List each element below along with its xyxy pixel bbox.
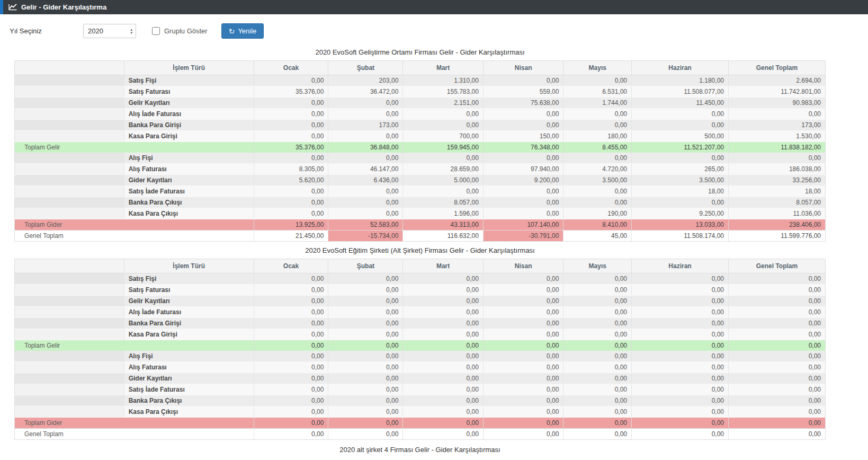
total-value-cell: 8.455,00 xyxy=(563,142,632,153)
value-cell: 2.694,00 xyxy=(728,75,825,86)
value-cell: 0,00 xyxy=(328,395,403,406)
table-row: Gelir Kayıtları0,000,002.151,0075.638,00… xyxy=(15,98,826,109)
value-cell: 0,00 xyxy=(403,307,484,318)
total-value-cell: 11.599.776,00 xyxy=(728,231,825,242)
group-checkbox[interactable] xyxy=(152,27,160,35)
total-value-cell: 21.450,00 xyxy=(254,231,328,242)
value-cell: 18,00 xyxy=(728,186,825,197)
table-row: Banka Para Girişi0,000,000,000,000,000,0… xyxy=(15,318,826,329)
row-label: Satış Fişi xyxy=(124,75,254,86)
table-row: Kasa Para Girişi0,000,00700,00150,00180,… xyxy=(15,131,826,142)
row-lead-cell xyxy=(15,186,124,197)
value-cell: 0,00 xyxy=(254,153,328,164)
row-lead-cell xyxy=(15,273,124,285)
value-cell: 203,00 xyxy=(328,75,403,86)
value-cell: 0,00 xyxy=(483,197,563,208)
group-checkbox-label: Gruplu Göster xyxy=(164,27,208,35)
table-row: Alış Faturası0,000,000,000,000,000,000,0… xyxy=(15,362,826,373)
total-value-cell: 0,00 xyxy=(728,429,825,440)
value-cell: 0,00 xyxy=(328,153,403,164)
row-label: Kasa Para Girişi xyxy=(124,131,254,142)
value-cell: 0,00 xyxy=(563,307,632,318)
value-cell: 0,00 xyxy=(728,373,825,384)
value-cell: 0,00 xyxy=(563,153,632,164)
table-row: Satış Fişi0,000,000,000,000,000,000,00 xyxy=(15,273,826,285)
value-cell: 0,00 xyxy=(254,131,328,142)
value-cell: 35.376,00 xyxy=(254,86,328,98)
table-row: Banka Para Çıkışı0,000,000,000,000,000,0… xyxy=(15,395,826,406)
table-row: Satış İade Faturası0,000,000,000,000,000… xyxy=(15,384,826,395)
value-cell: 0,00 xyxy=(632,296,729,307)
table-row: Satış Faturası35.376,0036.472,00155.783,… xyxy=(15,86,826,98)
value-cell: 0,00 xyxy=(254,307,328,318)
year-select[interactable]: 2020 xyxy=(83,24,136,38)
value-cell: 0,00 xyxy=(483,120,563,131)
value-cell: 0,00 xyxy=(728,273,825,285)
value-cell: 0,00 xyxy=(632,406,729,418)
table-row: Satış Faturası0,000,000,000,000,000,000,… xyxy=(15,285,826,296)
value-cell: 0,00 xyxy=(728,307,825,318)
value-cell: 8.057,00 xyxy=(403,197,484,208)
page-title: Gelir - Gider Karşılaştırma xyxy=(21,3,106,11)
table-row: Alış İade Faturası0,000,000,000,000,000,… xyxy=(15,307,826,318)
total-value-cell: 11.521.207,00 xyxy=(632,142,729,153)
row-label: Gelir Kayıtları xyxy=(124,98,254,109)
column-header: Mayıs xyxy=(563,259,632,273)
value-cell: 0,00 xyxy=(254,373,328,384)
value-cell: 11.508.077,00 xyxy=(632,86,729,98)
row-lead-cell xyxy=(15,362,124,373)
value-cell: 75.638,00 xyxy=(483,98,563,109)
value-cell: 0,00 xyxy=(728,351,825,362)
value-cell: 155.783,00 xyxy=(403,86,484,98)
value-cell: 0,00 xyxy=(403,395,484,406)
value-cell: 0,00 xyxy=(563,384,632,395)
value-cell: 8.305,00 xyxy=(254,164,328,175)
value-cell: 0,00 xyxy=(328,186,403,197)
row-label: Alış Fişi xyxy=(124,351,254,362)
total-value-cell: 11.508.174,00 xyxy=(632,231,729,242)
total-value-cell: 0,00 xyxy=(403,429,484,440)
row-lead-cell xyxy=(15,373,124,384)
value-cell: 0,00 xyxy=(328,384,403,395)
total-label: Toplam Gelir xyxy=(15,340,254,351)
total-value-cell: 0,00 xyxy=(483,340,563,351)
column-header: Haziran xyxy=(632,61,729,75)
value-cell: 0,00 xyxy=(483,153,563,164)
value-cell: 186.038,00 xyxy=(728,164,825,175)
next-table-title: 2020 alt şirket 4 Firması Gelir - Gider … xyxy=(14,441,826,459)
total-value-cell: 52.583,00 xyxy=(328,219,403,231)
value-cell: 559,00 xyxy=(483,86,563,98)
value-cell: 0,00 xyxy=(328,406,403,418)
row-lead-cell xyxy=(15,318,124,329)
row-lead-cell xyxy=(15,351,124,362)
value-cell: 150,00 xyxy=(483,131,563,142)
value-cell: 5.620,00 xyxy=(254,175,328,186)
value-cell: 0,00 xyxy=(483,351,563,362)
value-cell: 0,00 xyxy=(254,351,328,362)
value-cell: 5.000,00 xyxy=(403,175,484,186)
value-cell: 0,00 xyxy=(728,406,825,418)
refresh-button[interactable]: ↻ Yenile xyxy=(221,23,264,39)
row-label: Satış İade Faturası xyxy=(124,186,254,197)
value-cell: 0,00 xyxy=(403,273,484,285)
value-cell: 0,00 xyxy=(563,362,632,373)
value-cell: 0,00 xyxy=(254,273,328,285)
total-income-row: Toplam Gelir0,000,000,000,000,000,000,00 xyxy=(15,340,826,351)
value-cell: 0,00 xyxy=(328,285,403,296)
value-cell: 0,00 xyxy=(483,406,563,418)
value-cell: 0,00 xyxy=(632,153,729,164)
row-lead-cell xyxy=(15,109,124,120)
table-row: Kasa Para Çıkışı0,000,001.596,000,00190,… xyxy=(15,208,826,219)
value-cell: 0,00 xyxy=(403,373,484,384)
table-title: 2020 EvoSoft Eğitim Şirketi (Alt Şirket)… xyxy=(14,243,826,259)
total-label: Toplam Gider xyxy=(15,219,254,231)
value-cell: 500,00 xyxy=(632,131,729,142)
value-cell: 9.250,00 xyxy=(632,208,729,219)
value-cell: 0,00 xyxy=(632,362,729,373)
group-checkbox-group[interactable]: Gruplu Göster xyxy=(152,27,208,35)
value-cell: 0,00 xyxy=(328,273,403,285)
row-lead-cell xyxy=(15,208,124,219)
value-cell: 6.531,00 xyxy=(563,86,632,98)
total-value-cell: 0,00 xyxy=(632,429,729,440)
value-cell: 0,00 xyxy=(403,285,484,296)
